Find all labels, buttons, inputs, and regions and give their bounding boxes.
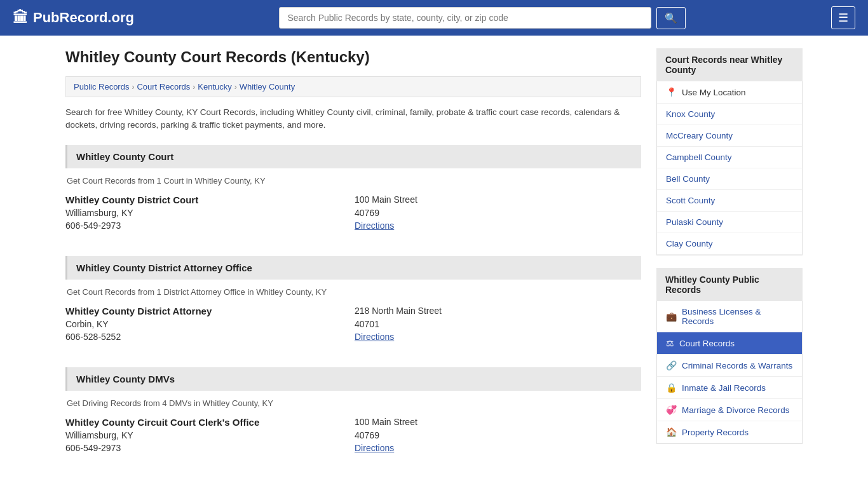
section-dmv-header: Whitley County DMVs — [65, 367, 641, 391]
court-records-icon: ⚖ — [666, 338, 674, 348]
sidebar-use-location[interactable]: 📍 Use My Location — [657, 81, 802, 104]
entry-phone-circuit-clerk: 606-549-2973 — [65, 443, 352, 453]
entry-name-circuit-clerk: Whitley County Circuit Court Clerk's Off… — [65, 417, 352, 428]
sidebar-scott-county-label: Scott County — [666, 196, 715, 205]
sidebar-clay-county-label: Clay County — [666, 239, 713, 248]
site-header: 🏛 PubRecord.org 🔍 ☰ — [0, 0, 868, 36]
search-area: 🔍 — [279, 7, 686, 29]
sidebar: Court Records near Whitley County 📍 Use … — [656, 48, 803, 478]
sidebar-record-criminal-records[interactable]: 🔗 Criminal Records & Warrants — [657, 355, 802, 377]
sidebar-record-court-records[interactable]: ⚖ Court Records — [657, 332, 802, 355]
entry-zip-da: 40701 — [355, 319, 641, 329]
sidebar-use-location-label: Use My Location — [682, 88, 746, 97]
section-dmv-desc: Get Driving Records from 4 DMVs in Whitl… — [65, 398, 641, 408]
logo-icon: 🏛 — [13, 9, 28, 27]
sidebar-nearby-title: Court Records near Whitley County — [656, 48, 803, 81]
sidebar-item-knox-county[interactable]: Knox County — [657, 104, 802, 125]
marriage-divorce-icon: 💞 — [666, 405, 677, 415]
sidebar-record-property-label: Property Records — [682, 428, 749, 437]
breadcrumb-sep-2: › — [193, 83, 195, 92]
breadcrumb-public-records[interactable]: Public Records — [74, 82, 129, 92]
menu-button[interactable]: ☰ — [831, 6, 855, 29]
record-entry-da: Whitley County District Attorney 218 Nor… — [65, 306, 641, 355]
entry-zip-circuit-clerk: 40769 — [355, 430, 641, 440]
sidebar-record-marriage-divorce[interactable]: 💞 Marriage & Divorce Records — [657, 399, 802, 421]
section-da: Whitley County District Attorney Office … — [65, 256, 641, 355]
entry-name-district-court: Whitley County District Court — [65, 194, 352, 205]
sidebar-item-scott-county[interactable]: Scott County — [657, 190, 802, 212]
logo-text: PubRecord.org — [33, 10, 134, 26]
search-input[interactable] — [279, 7, 651, 29]
inmate-jail-icon: 🔒 — [666, 383, 677, 393]
site-logo[interactable]: 🏛 PubRecord.org — [13, 9, 134, 27]
sidebar-record-criminal-records-label: Criminal Records & Warrants — [682, 361, 792, 370]
business-license-icon: 💼 — [666, 311, 677, 322]
section-court: Whitley County Court Get Court Records f… — [65, 145, 641, 243]
section-dmv: Whitley County DMVs Get Driving Records … — [65, 367, 641, 466]
entry-address-da: 218 North Main Street — [355, 306, 641, 316]
search-button[interactable]: 🔍 — [656, 7, 686, 29]
breadcrumb-court-records[interactable]: Court Records — [137, 82, 190, 92]
record-entry-district-court: Whitley County District Court 100 Main S… — [65, 194, 641, 243]
sidebar-bell-county-label: Bell County — [666, 174, 710, 184]
section-da-desc: Get Court Records from 1 District Attorn… — [65, 287, 641, 297]
sidebar-record-business-licenses-label: Business Licenses & Records — [682, 307, 793, 326]
section-court-header: Whitley County Court — [65, 145, 641, 168]
breadcrumb-sep-3: › — [234, 83, 237, 92]
sidebar-item-clay-county[interactable]: Clay County — [657, 233, 802, 255]
sidebar-record-marriage-divorce-label: Marriage & Divorce Records — [682, 405, 790, 415]
criminal-records-icon: 🔗 — [666, 360, 677, 370]
menu-icon: ☰ — [838, 11, 848, 24]
sidebar-record-inmate-jail[interactable]: 🔒 Inmate & Jail Records — [657, 377, 802, 399]
sidebar-item-mccreary-county[interactable]: McCreary County — [657, 125, 802, 147]
main-container: Whitley County Court Records (Kentucky) … — [53, 36, 815, 488]
sidebar-mccreary-county-label: McCreary County — [666, 131, 733, 140]
record-entry-circuit-clerk: Whitley County Circuit Court Clerk's Off… — [65, 417, 641, 466]
sidebar-campbell-county-label: Campbell County — [666, 152, 732, 162]
sidebar-record-inmate-jail-label: Inmate & Jail Records — [682, 383, 766, 393]
header-right: ☰ — [831, 6, 855, 29]
page-description: Search for free Whitley County, KY Court… — [65, 106, 641, 132]
sidebar-record-business-licenses[interactable]: 💼 Business Licenses & Records — [657, 301, 802, 332]
location-icon: 📍 — [666, 87, 677, 97]
entry-zip-district-court: 40769 — [355, 208, 641, 218]
entry-directions-circuit-clerk[interactable]: Directions — [355, 443, 641, 453]
entry-name-da: Whitley County District Attorney — [65, 306, 352, 316]
main-content: Whitley County Court Records (Kentucky) … — [65, 48, 641, 478]
sidebar-item-bell-county[interactable]: Bell County — [657, 168, 802, 190]
entry-phone-da: 606-528-5252 — [65, 332, 352, 342]
entry-address-district-court: 100 Main Street — [355, 194, 641, 205]
entry-directions-district-court[interactable]: Directions — [355, 220, 641, 231]
page-title: Whitley County Court Records (Kentucky) — [65, 48, 641, 66]
section-court-desc: Get Court Records from 1 Court in Whitle… — [65, 176, 641, 186]
breadcrumb-sep-1: › — [132, 83, 134, 92]
sidebar-record-property[interactable]: 🏠 Property Records — [657, 421, 802, 444]
property-records-icon: 🏠 — [666, 427, 677, 437]
sidebar-knox-county-label: Knox County — [666, 109, 715, 119]
entry-city-da: Corbin, KY — [65, 319, 352, 329]
entry-directions-da[interactable]: Directions — [355, 332, 641, 342]
entry-phone-district-court: 606-549-2973 — [65, 220, 352, 231]
breadcrumb-whitley-county[interactable]: Whitley County — [240, 82, 295, 92]
search-icon: 🔍 — [665, 13, 677, 24]
sidebar-records-links: 💼 Business Licenses & Records ⚖ Court Re… — [656, 301, 803, 444]
breadcrumb: Public Records › Court Records › Kentuck… — [65, 76, 641, 97]
sidebar-item-pulaski-county[interactable]: Pulaski County — [657, 212, 802, 233]
sidebar-pulaski-county-label: Pulaski County — [666, 217, 723, 227]
sidebar-item-campbell-county[interactable]: Campbell County — [657, 147, 802, 168]
entry-city-circuit-clerk: Williamsburg, KY — [65, 430, 352, 440]
section-da-header: Whitley County District Attorney Office — [65, 256, 641, 280]
entry-address-circuit-clerk: 100 Main Street — [355, 417, 641, 428]
sidebar-record-court-records-label: Court Records — [679, 339, 735, 348]
sidebar-nearby-links: 📍 Use My Location Knox County McCreary C… — [656, 81, 803, 255]
breadcrumb-kentucky[interactable]: Kentucky — [198, 82, 231, 92]
entry-city-district-court: Williamsburg, KY — [65, 208, 352, 218]
sidebar-public-records-title: Whitley County Public Records — [656, 268, 803, 301]
